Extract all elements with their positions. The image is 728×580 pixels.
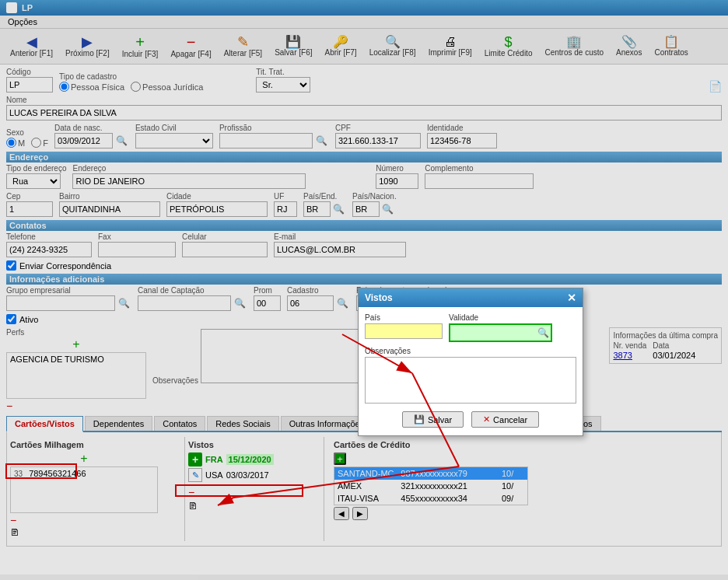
dialog-overlay: Vistos ✕ País Validade 🔍 Observações (0, 0, 728, 575)
dialog-cancel-btn[interactable]: ✕ Cancelar (471, 411, 539, 428)
dialog-obs-label: Observações (365, 347, 576, 355)
save-icon: 💾 (414, 414, 425, 425)
dialog-save-label: Salvar (428, 415, 452, 425)
dialog-pais-label: País (365, 313, 443, 322)
dialog-fields-row: País Validade 🔍 (365, 313, 576, 342)
vistos-dialog: Vistos ✕ País Validade 🔍 Observações (358, 288, 583, 436)
dialog-obs-textarea[interactable] (365, 357, 576, 404)
dialog-validade-group: Validade 🔍 (449, 313, 552, 342)
dialog-close-btn[interactable]: ✕ (567, 292, 576, 304)
dialog-save-btn[interactable]: 💾 Salvar (402, 411, 464, 428)
dialog-pais-group: País (365, 313, 443, 339)
cancel-icon: ✕ (483, 414, 490, 425)
dialog-pais-input[interactable] (365, 323, 443, 339)
dialog-validade-search-btn[interactable]: 🔍 (536, 327, 551, 338)
dialog-observacoes-group: Observações (365, 347, 576, 404)
dialog-cancel-label: Cancelar (493, 415, 527, 425)
dialog-validade-label: Validade (449, 313, 552, 322)
dialog-buttons-row: 💾 Salvar ✕ Cancelar (365, 408, 576, 429)
dialog-validade-input[interactable] (450, 325, 536, 341)
dialog-title-bar: Vistos ✕ (359, 288, 583, 307)
dialog-body: País Validade 🔍 Observações 💾 (359, 307, 583, 435)
dialog-title-text: Vistos (365, 292, 393, 303)
